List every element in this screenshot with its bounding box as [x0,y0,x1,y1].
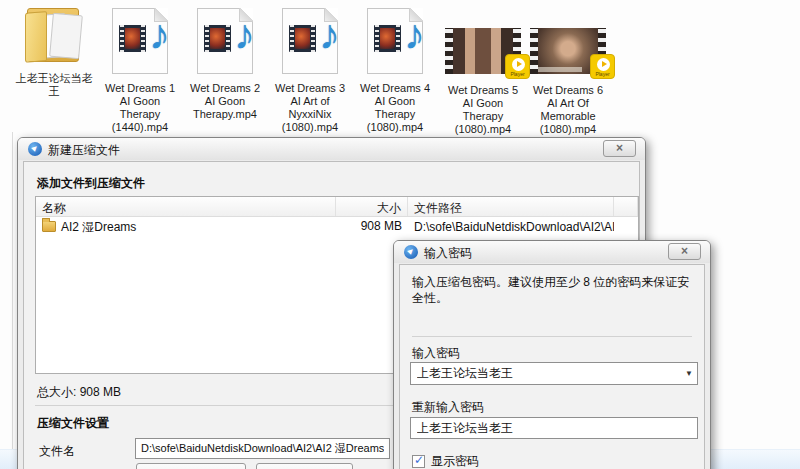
row-size-cell: 908 MB [336,217,408,236]
player-badge-text: Player [591,71,614,77]
filename-input[interactable] [135,438,390,459]
video-thumbnail: Player [445,28,521,74]
close-icon[interactable]: × [603,140,636,157]
file-label-line: Memorable [520,110,616,123]
show-password-label: 显示密码 [431,453,479,469]
table-header-name[interactable]: 名称 [36,197,336,216]
table-header-size[interactable]: 大小 [336,197,408,216]
password-titlebar[interactable]: 输入密码 × [394,241,710,263]
file-label-line: (1080).mp4 [435,123,531,136]
chevron-down-icon[interactable]: ▼ [685,369,693,378]
file-label-line: Wet Dreams 2 [177,82,273,95]
file-label-line: Wet Dreams 6 [520,84,616,97]
total-size-label: 总大小: 908 MB [37,384,121,401]
file-label: Wet Dreams 5 AI Goon Therapy (1080).mp4 [435,84,531,136]
file-label-line: Wet Dreams 4 [347,82,443,95]
divider [412,336,692,337]
password-input[interactable] [411,363,679,384]
close-icon[interactable]: × [668,243,701,260]
row-name-cell: AI2 湿Dreams [36,217,336,236]
file-label-line: AI Art Of [520,97,616,110]
file-label-line: AI Art of [262,95,358,108]
file-label: Wet Dreams 6 AI Art Of Memorable (1080).… [520,84,616,136]
file-label-line: (1440).mp4 [92,121,188,134]
file-label-line: (1080).mp4 [262,121,358,134]
row-path-cell: D:\sofe\BaiduNetdiskDownload\AI2\AI2 湿Dr… [408,217,614,236]
desktop: 上老王论坛当老 王 ♪ Wet Dreams 1 AI Goon Therapy… [0,0,800,469]
password-dialog-title: 输入密码 [424,245,472,262]
file-label: Wet Dreams 4 AI Goon Therapy (1080).mp4 [347,82,443,134]
file-label-line: AI Goon [435,97,531,110]
file-label-line: NyxxiNix [262,108,358,121]
password-instruction: 输入压缩包密码。建议使用至少 8 位的密码来保证安全性。 [412,274,692,306]
thumbnail-image [453,28,513,74]
folder-small-icon [42,221,56,232]
folder-icon-item[interactable]: 上老王论坛当老 王 [6,6,102,98]
table-header-spacer [614,197,638,216]
bottom-control-1[interactable] [136,463,246,469]
file-icon-wet-dreams-4[interactable]: ♪ Wet Dreams 4 AI Goon Therapy (1080).mp… [347,4,443,134]
file-label-line: Therapy.mp4 [177,108,273,121]
music-note-icon: ♪ [149,14,170,56]
file-label: Wet Dreams 2 AI Goon Therapy.mp4 [177,82,273,121]
file-label-line: Therapy [92,108,188,121]
new-archive-titlebar[interactable]: 新建压缩文件 × [18,138,645,160]
password-combobox[interactable]: ▼ [410,362,698,385]
file-label-line: Wet Dreams 3 [262,82,358,95]
table-header-path[interactable]: 文件路径 [408,197,614,216]
folder-label: 上老王论坛当老 王 [6,72,102,98]
password-dialog-icon [404,245,418,259]
file-label: Wet Dreams 3 AI Art of NyxxiNix (1080).m… [262,82,358,134]
filmstrip-icon [374,25,401,52]
archive-settings-section-label: 压缩文件设置 [37,415,109,432]
password-dialog: 输入密码 × 输入压缩包密码。建议使用至少 8 位的密码来保证安全性。 输入密码… [393,240,711,469]
table-header-row: 名称 大小 文件路径 [36,197,638,217]
player-badge: Player [590,54,615,79]
file-label-line: AI Goon [347,95,443,108]
row-spacer [614,217,638,236]
file-label-line: Wet Dreams 5 [435,84,531,97]
file-label-line: (1080).mp4 [347,121,443,134]
background-window-edge [12,132,13,469]
confirm-password-input[interactable] [410,417,698,439]
add-files-section-label: 添加文件到压缩文件 [37,175,145,192]
folder-paper [49,13,83,59]
password-body: 输入压缩包密码。建议使用至少 8 位的密码来保证安全性。 输入密码 ▼ 重新输入… [399,264,705,469]
new-archive-title: 新建压缩文件 [48,142,120,159]
file-label-line: (1080).mp4 [520,123,616,136]
file-icon-wet-dreams-2[interactable]: ♪ Wet Dreams 2 AI Goon Therapy.mp4 [177,4,273,121]
video-doc-icon: ♪ [197,8,253,74]
folder-front [25,11,47,63]
filmstrip-icon [119,25,146,52]
row-name-text: AI2 湿Dreams [61,220,136,234]
check-icon: ✓ [414,453,424,467]
thumbnail-caption [538,67,582,72]
file-label-line: Wet Dreams 1 [92,82,188,95]
table-row[interactable]: AI2 湿Dreams 908 MB D:\sofe\BaiduNetdiskD… [36,217,638,236]
file-icon-wet-dreams-3[interactable]: ♪ Wet Dreams 3 AI Art of NyxxiNix (1080)… [262,4,358,134]
play-triangle [602,61,607,67]
file-label-line: AI Goon [177,95,273,108]
video-doc-icon: ♪ [367,8,423,74]
show-password-checkbox[interactable]: ✓ [412,455,425,468]
filmstrip-icon [289,25,316,52]
music-note-icon: ♪ [319,14,340,56]
filmstrip-icon [204,25,231,52]
folder-label-line: 上老王论坛当老 [6,72,102,85]
file-label-line: AI Goon [92,95,188,108]
filename-label: 文件名 [39,443,75,460]
show-password-row[interactable]: ✓ 显示密码 [412,453,479,469]
confirm-password-label: 重新输入密码 [412,399,484,416]
video-doc-icon: ♪ [282,8,338,74]
music-note-icon: ♪ [404,14,425,56]
archive-dialog-icon [28,142,42,156]
folder-icon [23,6,85,66]
file-icon-wet-dreams-6[interactable]: Player Wet Dreams 6 AI Art Of Memorable … [520,4,616,136]
bottom-control-2[interactable] [256,463,353,469]
folder-label-line: 王 [6,85,102,98]
password-label: 输入密码 [412,345,460,362]
file-icon-wet-dreams-1[interactable]: ♪ Wet Dreams 1 AI Goon Therapy (1440).mp… [92,4,188,134]
file-label: Wet Dreams 1 AI Goon Therapy (1440).mp4 [92,82,188,134]
file-icon-wet-dreams-5[interactable]: Player Wet Dreams 5 AI Goon Therapy (108… [435,4,531,136]
music-note-icon: ♪ [234,14,255,56]
